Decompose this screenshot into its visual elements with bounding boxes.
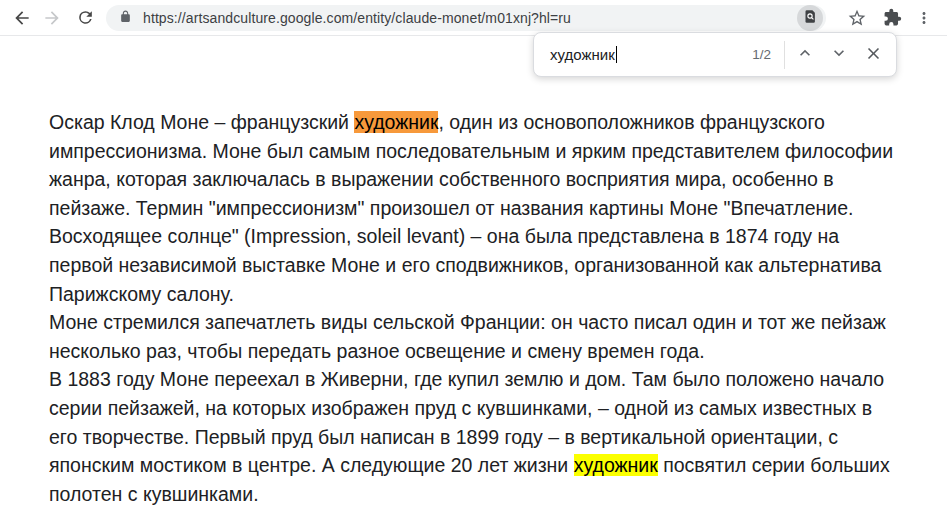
document-search-icon [803, 9, 818, 27]
bookmark-button[interactable] [843, 6, 871, 30]
paragraph: Оскар Клод Моне – французский художник, … [49, 108, 897, 308]
url-text: https://artsandculture.google.com/entity… [143, 10, 797, 26]
find-input[interactable]: художник [550, 33, 744, 76]
back-arrow-icon [12, 8, 32, 28]
find-bar-divider [784, 41, 785, 69]
article-text: Оскар Клод Моне – французский художник, … [0, 36, 897, 508]
find-close-button[interactable] [856, 38, 890, 72]
find-match-active: художник [354, 111, 438, 133]
browser-toolbar: https://artsandculture.google.com/entity… [0, 0, 947, 36]
paragraph: Моне стремился запечатлеть виды сельской… [49, 308, 897, 508]
puzzle-piece-icon [883, 8, 902, 27]
find-query-text: художник [550, 46, 615, 63]
text-caret [616, 46, 618, 63]
chevron-down-icon [829, 43, 849, 66]
text-run: Оскар Клод Моне – французский [49, 111, 354, 133]
back-button[interactable] [10, 6, 34, 30]
extensions-button[interactable] [878, 6, 906, 30]
reload-button[interactable] [73, 6, 97, 30]
find-match-other: художник [574, 454, 658, 476]
text-run: Моне стремился запечатлеть виды сельской… [49, 311, 886, 362]
address-bar[interactable]: https://artsandculture.google.com/entity… [106, 5, 826, 31]
find-next-button[interactable] [822, 38, 856, 72]
find-bar: художник 1/2 [533, 32, 897, 77]
forward-arrow-icon [42, 8, 62, 28]
page-search-chip[interactable] [797, 5, 823, 31]
lock-icon [119, 9, 132, 27]
forward-button[interactable] [40, 6, 64, 30]
reload-icon [76, 8, 95, 27]
find-previous-button[interactable] [788, 38, 822, 72]
browser-menu-button[interactable] [912, 6, 936, 30]
text-run: , один из основоположников французского … [49, 111, 893, 305]
three-dots-menu-icon [915, 9, 933, 27]
chevron-up-icon [795, 43, 815, 66]
match-count: 1/2 [752, 47, 771, 62]
close-icon [864, 44, 883, 66]
star-outline-icon [847, 8, 867, 28]
